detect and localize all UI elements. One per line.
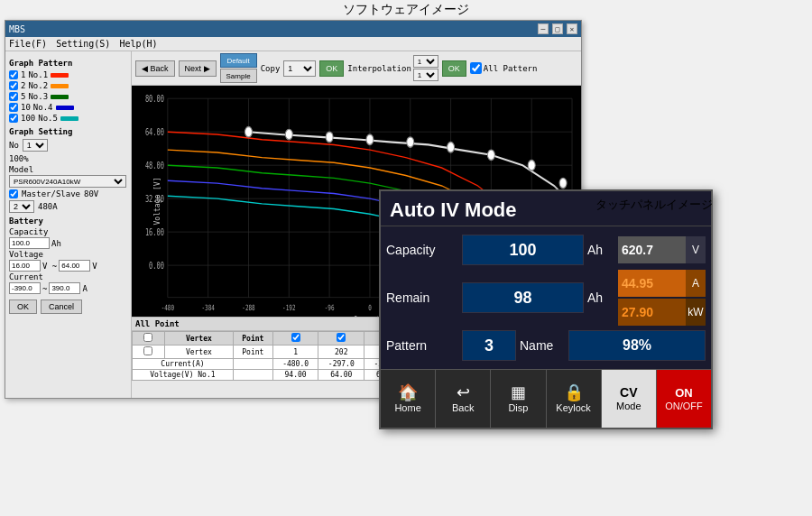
- default-button[interactable]: Default: [220, 53, 257, 68]
- copy-select[interactable]: 123: [283, 60, 316, 77]
- remain-label: Remain: [386, 290, 458, 305]
- model-label: Model: [9, 165, 127, 174]
- name-value[interactable]: 98%: [568, 330, 706, 361]
- cancel-button[interactable]: Cancel: [41, 299, 82, 314]
- menu-setting[interactable]: Setting(S): [56, 39, 110, 49]
- name-label: Name: [520, 338, 565, 353]
- sample-button[interactable]: Sample: [220, 69, 257, 83]
- current-value: 44.95: [618, 270, 686, 297]
- next-button[interactable]: Next ▶: [179, 60, 217, 77]
- interp-select-1[interactable]: 1: [413, 55, 438, 68]
- power-value: 27.90: [618, 299, 686, 326]
- pattern-2-checkbox[interactable]: [9, 81, 18, 90]
- list-item: 2 No.2: [9, 80, 127, 91]
- table-select-all[interactable]: [143, 333, 152, 342]
- graph-pattern-title: Graph Pattern: [9, 59, 127, 68]
- current-value-row: ~ A: [9, 282, 127, 294]
- capacity-unit: Ah: [51, 239, 61, 248]
- battery-section: Battery Capacity Ah Voltage V ~ V: [9, 217, 127, 294]
- svg-text:-96: -96: [325, 303, 335, 312]
- left-panel: Graph Pattern 1 No.1 2 No.2 5 No.: [5, 51, 132, 398]
- pattern-1-label: No.1: [28, 70, 48, 79]
- pattern-label: Pattern: [386, 338, 458, 353]
- minimize-button[interactable]: ─: [538, 23, 549, 34]
- remain-value[interactable]: 98: [462, 282, 584, 313]
- svg-point-40: [407, 137, 414, 147]
- all-pattern-checkbox[interactable]: [470, 62, 482, 74]
- master-slave-checkbox[interactable]: [9, 189, 18, 198]
- svg-point-42: [487, 150, 494, 160]
- nav-keylock-button[interactable]: 🔒 Keylock: [547, 370, 602, 428]
- graph-setting-row: No 123: [9, 139, 127, 152]
- battery-title: Battery: [9, 217, 127, 226]
- capacity-row: Capacity 100 Ah 620.7 V: [386, 233, 706, 267]
- list-item: 100 No.5: [9, 113, 127, 124]
- nav-disp-label: Disp: [508, 402, 528, 413]
- pt-1: 1: [272, 346, 318, 359]
- col-header-vertex: Vertex: [164, 332, 233, 346]
- capacity-input[interactable]: [9, 237, 50, 249]
- pattern-100-checkbox[interactable]: [9, 114, 18, 123]
- menu-help[interactable]: Help(H): [119, 39, 157, 49]
- model-select[interactable]: PSR600V240A10kW: [9, 175, 126, 188]
- capacity-value[interactable]: 100: [462, 235, 584, 265]
- row-voltage-label: Voltage(V) No.1: [133, 370, 234, 381]
- svg-point-43: [528, 160, 535, 170]
- row-current-label: Current(A): [133, 359, 234, 370]
- current-label: Current: [9, 272, 43, 281]
- interpolation-group: Interpolation 1 1: [347, 55, 438, 81]
- voltage-min-input[interactable]: [9, 260, 41, 272]
- disp-icon: ▦: [511, 384, 526, 401]
- voltage-max-input[interactable]: [59, 260, 90, 272]
- master-slave-v: 80V: [84, 189, 98, 198]
- nav-disp-button[interactable]: ▦ Disp: [491, 370, 546, 428]
- svg-text:64.00: 64.00: [145, 127, 164, 138]
- home-icon: 🏠: [398, 384, 418, 401]
- maximize-button[interactable]: □: [552, 23, 563, 34]
- svg-text:16.00: 16.00: [145, 227, 164, 238]
- touch-panel: Auto IV Mode Capacity 100 Ah 620.7 V Rem…: [379, 189, 713, 429]
- ok-toolbar-btn1[interactable]: OK: [319, 60, 344, 77]
- graph-setting-title: Graph Setting: [9, 127, 127, 136]
- interp-select-2[interactable]: 1: [413, 69, 438, 81]
- nav-home-button[interactable]: 🏠 Home: [381, 370, 436, 428]
- master-slave-select[interactable]: 213: [9, 200, 34, 213]
- svg-text:0: 0: [368, 303, 372, 312]
- graph-no-select[interactable]: 123: [23, 139, 48, 152]
- svg-text:0.00: 0.00: [149, 261, 164, 272]
- ok-toolbar-btn2[interactable]: OK: [442, 60, 466, 77]
- nav-onoff-button[interactable]: ON ON/OFF: [657, 370, 711, 428]
- svg-text:-288: -288: [242, 303, 254, 312]
- pattern-1-color: [51, 73, 69, 78]
- right-current-power: 44.95 A 27.90 kW: [618, 270, 706, 326]
- pattern-5-checkbox[interactable]: [9, 92, 18, 101]
- touch-panel-body: Capacity 100 Ah 620.7 V Remain 98 Ah 44: [381, 226, 711, 369]
- window-controls: ─ □ ✕: [538, 23, 577, 34]
- pattern-100-num: 100: [21, 114, 35, 123]
- list-item: 5 No.3: [9, 91, 127, 102]
- right-values: 620.7 V: [618, 236, 706, 263]
- onoff-icon: ON: [675, 387, 693, 399]
- current-unit: A: [82, 284, 87, 293]
- current-max-input[interactable]: [49, 282, 80, 294]
- back-button[interactable]: ◀ Back: [135, 60, 175, 77]
- toolbar: ◀ Back Next ▶ Default Sample Copy 123 OK…: [132, 51, 581, 86]
- svg-point-38: [326, 132, 333, 142]
- pattern-10-checkbox[interactable]: [9, 103, 18, 112]
- mbs-window-title: MBS: [9, 24, 25, 34]
- menu-file[interactable]: File(F): [9, 39, 47, 49]
- pattern-1-checkbox[interactable]: [9, 70, 18, 79]
- pattern-value[interactable]: 3: [462, 330, 516, 361]
- master-slave-num-row: 213 480A: [9, 200, 127, 213]
- current-min-input[interactable]: [9, 282, 41, 294]
- svg-text:-480: -480: [161, 303, 174, 312]
- nav-back-button[interactable]: ↩ Back: [436, 370, 491, 428]
- graph-pattern-rows: 1 No.1 2 No.2 5 No.3: [9, 69, 127, 124]
- nav-mode-button[interactable]: CV Mode: [602, 370, 657, 428]
- capacity-label: Capacity: [386, 243, 458, 257]
- voltage-value-row: V ~ V: [9, 260, 127, 272]
- ok-button[interactable]: OK: [9, 299, 37, 314]
- nav-home-label: Home: [394, 402, 420, 413]
- graph-setting-no-label: No: [9, 141, 19, 150]
- close-button[interactable]: ✕: [567, 23, 577, 34]
